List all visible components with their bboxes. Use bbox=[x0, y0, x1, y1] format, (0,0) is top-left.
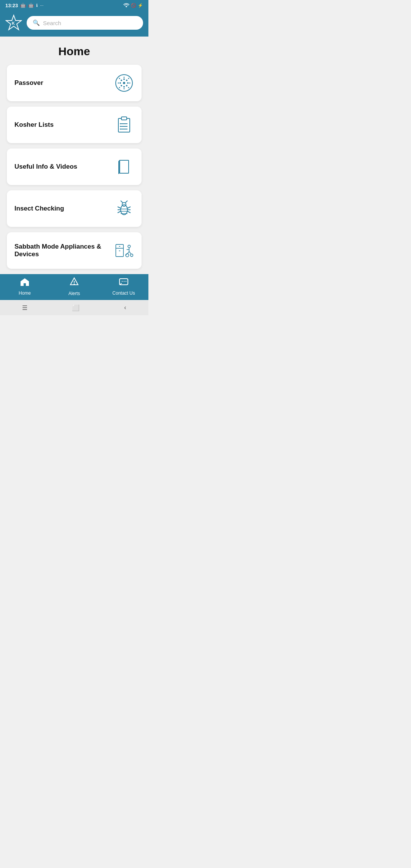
passover-icon bbox=[114, 73, 134, 93]
sabbath-mode-label: Sabbath Mode Appliances & Devices bbox=[14, 243, 114, 258]
nav-home[interactable]: Home bbox=[0, 278, 49, 296]
svg-point-58 bbox=[74, 284, 75, 285]
svg-point-4 bbox=[123, 78, 125, 80]
status-bar: 13:23 🤖 🤖 ℹ ··· 🚫 ⚡ bbox=[0, 0, 148, 11]
battery-icon: ⚡ bbox=[138, 3, 143, 8]
search-placeholder: Search bbox=[43, 20, 61, 26]
svg-text:K: K bbox=[12, 21, 15, 26]
insect-checking-label: Insect Checking bbox=[14, 205, 114, 212]
svg-line-38 bbox=[118, 211, 121, 213]
menu-item-useful-info[interactable]: Useful Info & Videos bbox=[7, 148, 142, 185]
svg-line-36 bbox=[118, 207, 121, 208]
svg-rect-20 bbox=[118, 118, 130, 132]
svg-point-14 bbox=[118, 83, 119, 84]
home-nav-label: Home bbox=[19, 290, 31, 296]
alerts-nav-label: Alerts bbox=[68, 291, 80, 296]
android-icon-2: 🤖 bbox=[28, 3, 34, 8]
useful-info-label: Useful Info & Videos bbox=[14, 163, 114, 171]
status-right-icons: 🚫 ⚡ bbox=[123, 3, 143, 8]
page-title-area: Home bbox=[0, 37, 148, 65]
svg-point-13 bbox=[124, 88, 125, 89]
svg-point-15 bbox=[129, 83, 131, 84]
alerts-nav-icon bbox=[70, 277, 79, 289]
svg-point-12 bbox=[124, 77, 125, 78]
kosher-lists-label: Kosher Lists bbox=[14, 121, 114, 129]
app-header: K 🔍 Search bbox=[0, 11, 148, 37]
svg-point-49 bbox=[128, 245, 131, 248]
svg-line-41 bbox=[127, 211, 131, 213]
menu-item-passover[interactable]: Passover bbox=[7, 65, 142, 101]
contact-nav-label: Contact Us bbox=[112, 290, 135, 296]
book-icon bbox=[114, 157, 134, 177]
android-back-btn[interactable]: ‹ bbox=[124, 304, 126, 311]
home-nav-icon bbox=[20, 278, 30, 289]
svg-point-18 bbox=[119, 87, 120, 88]
clipboard-icon bbox=[114, 115, 134, 135]
svg-line-53 bbox=[129, 252, 131, 254]
menu-list: Passover bbox=[0, 65, 148, 274]
app-logo: K bbox=[5, 14, 22, 31]
svg-line-35 bbox=[125, 201, 127, 203]
menu-item-insect-checking[interactable]: Insect Checking bbox=[7, 190, 142, 227]
svg-point-19 bbox=[128, 87, 129, 88]
svg-point-3 bbox=[123, 82, 125, 84]
svg-point-7 bbox=[127, 82, 129, 84]
svg-point-10 bbox=[121, 85, 122, 86]
svg-point-9 bbox=[126, 80, 127, 81]
android-nav-bar: ☰ ⬜ ‹ bbox=[0, 300, 148, 315]
bottom-nav: Home Alerts Contact Us bbox=[0, 274, 148, 300]
nav-contact[interactable]: Contact Us bbox=[99, 278, 148, 296]
bug-icon bbox=[114, 199, 134, 219]
contact-nav-icon bbox=[119, 278, 129, 289]
more-icon: ··· bbox=[40, 3, 43, 8]
search-bar[interactable]: 🔍 Search bbox=[27, 16, 143, 30]
svg-point-11 bbox=[126, 85, 127, 86]
svg-point-8 bbox=[121, 80, 122, 81]
nav-alerts[interactable]: Alerts bbox=[49, 277, 99, 296]
svg-line-34 bbox=[121, 201, 123, 203]
svg-point-6 bbox=[119, 82, 121, 84]
svg-point-55 bbox=[131, 254, 133, 257]
android-icon-1: 🤖 bbox=[20, 3, 26, 8]
search-icon: 🔍 bbox=[33, 19, 40, 26]
svg-point-16 bbox=[119, 78, 120, 79]
info-icon: ℹ bbox=[36, 3, 38, 8]
page-title: Home bbox=[0, 45, 148, 58]
android-menu-btn[interactable]: ☰ bbox=[22, 304, 27, 311]
wifi-icon bbox=[123, 3, 129, 8]
status-left: 13:23 🤖 🤖 ℹ ··· bbox=[5, 3, 43, 8]
block-icon: 🚫 bbox=[131, 3, 136, 8]
appliance-icon bbox=[114, 241, 134, 260]
menu-item-sabbath-mode[interactable]: Sabbath Mode Appliances & Devices bbox=[7, 232, 142, 269]
status-time: 13:23 bbox=[5, 3, 18, 8]
svg-rect-28 bbox=[119, 160, 129, 173]
menu-item-kosher-lists[interactable]: Kosher Lists bbox=[7, 107, 142, 143]
svg-line-39 bbox=[127, 207, 131, 208]
android-home-btn[interactable]: ⬜ bbox=[72, 304, 80, 311]
svg-point-17 bbox=[128, 78, 129, 79]
svg-rect-21 bbox=[121, 117, 127, 120]
passover-label: Passover bbox=[14, 79, 114, 87]
svg-point-5 bbox=[123, 86, 125, 88]
